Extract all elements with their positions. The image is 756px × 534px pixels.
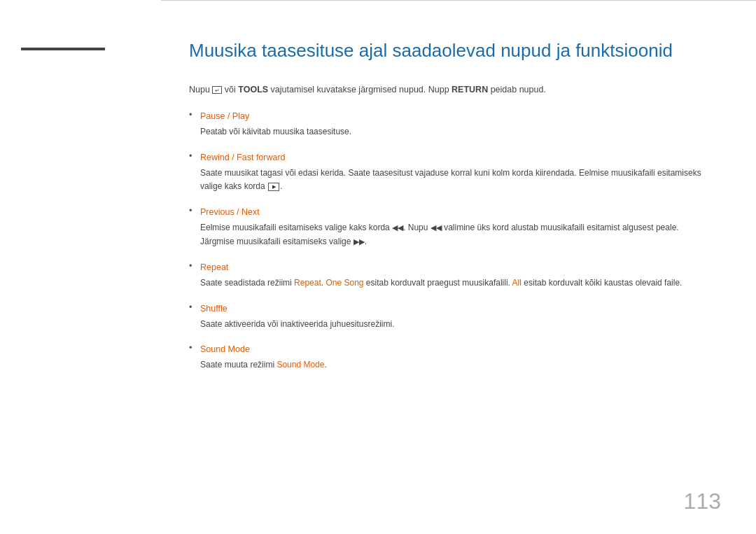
return-icon: ↵ (212, 86, 222, 94)
item-desc-shuffle: Saate aktiveerida või inaktiveerida juhu… (200, 318, 714, 332)
rewind-symbol2: ◀◀ (430, 223, 442, 232)
list-item-prev-next: Previous / Next Eelmise muusikafaili esi… (189, 205, 714, 249)
list-item-rewind-ff: Rewind / Fast forward Saate muusikat tag… (189, 150, 714, 195)
item-title-rewind-ff: Rewind / Fast forward (200, 150, 714, 164)
list-item-shuffle: Shuffle Saate aktiveerida või inaktiveer… (189, 302, 714, 332)
item-title-shuffle: Shuffle (200, 302, 714, 316)
repeat-label: Repeat (200, 262, 228, 272)
main-content: Muusika taasesituse ajal saadaolevad nup… (161, 0, 756, 534)
list-item-pause-play: Pause / Play Peatab või käivitab muusika… (189, 109, 714, 139)
repeat-inline: Repeat (294, 278, 321, 288)
shuffle-label: Shuffle (200, 304, 227, 314)
item-desc-pause-play: Peatab või käivitab muusika taasesituse. (200, 125, 714, 139)
return-label: RETURN (451, 85, 488, 94)
pause-play-label: Pause / Play (200, 111, 249, 121)
items-list: Pause / Play Peatab või käivitab muusika… (189, 109, 714, 372)
sidebar-bar (21, 48, 105, 50)
page-container: Muusika taasesituse ajal saadaolevad nup… (0, 0, 756, 534)
prev-next-label: Previous / Next (200, 207, 260, 217)
page-number: 113 (684, 489, 721, 514)
item-desc-repeat: Saate seadistada režiimi Repeat. One Son… (200, 276, 714, 290)
item-title-prev-next: Previous / Next (200, 205, 714, 219)
tools-label: TOOLS (238, 85, 268, 94)
intro-text: Nupu ↵ või TOOLS vajutamisel kuvatakse j… (189, 83, 714, 97)
sound-mode-inline: Sound Mode (276, 360, 324, 370)
list-item-repeat: Repeat Saate seadistada režiimi Repeat. … (189, 260, 714, 290)
one-song-label: One Song (326, 278, 363, 288)
all-label: All (512, 278, 522, 288)
list-item-sound-mode: Sound Mode Saate muuta režiimi Sound Mod… (189, 342, 714, 372)
item-title-sound-mode: Sound Mode (200, 342, 714, 356)
ff-symbol: ▶▶ (354, 237, 365, 246)
item-title-repeat: Repeat (200, 260, 714, 274)
item-desc-prev-next: Eelmise muusikafaili esitamiseks valige … (200, 221, 714, 249)
item-desc-rewind-ff: Saate muusikat tagasi või edasi kerida. … (200, 167, 714, 195)
sound-mode-label: Sound Mode (200, 344, 250, 354)
rewind-symbol: ◀◀ (392, 223, 403, 232)
item-desc-sound-mode: Saate muuta režiimi Sound Mode. (200, 358, 714, 372)
page-title: Muusika taasesituse ajal saadaolevad nup… (189, 39, 714, 63)
play-icon (268, 183, 279, 191)
rewind-ff-label: Rewind / Fast forward (200, 153, 286, 162)
item-title-pause-play: Pause / Play (200, 109, 714, 123)
sidebar (0, 0, 161, 534)
